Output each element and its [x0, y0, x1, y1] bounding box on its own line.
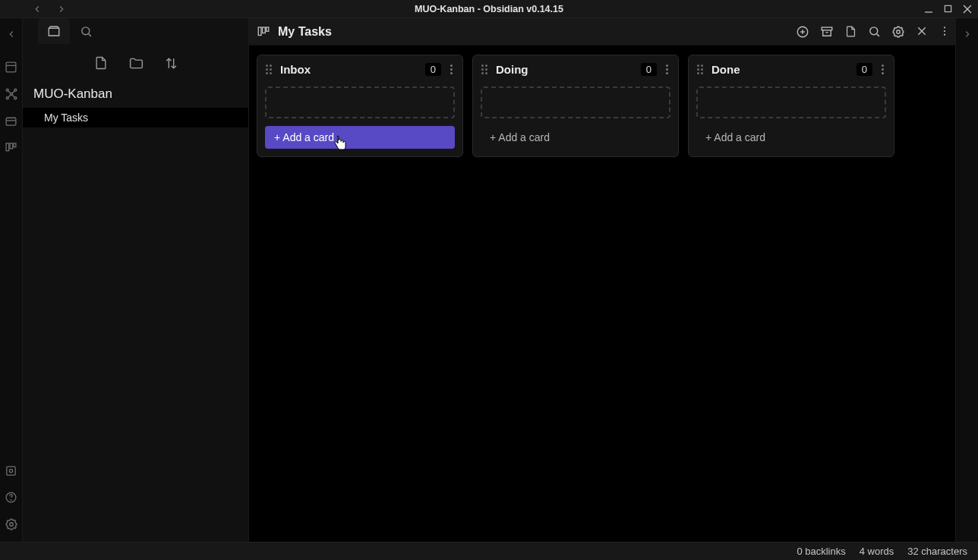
svg-line-39	[877, 33, 879, 36]
new-folder-button[interactable]	[128, 55, 144, 71]
drag-handle-icon[interactable]	[263, 64, 274, 75]
graph-view-icon[interactable]	[5, 87, 18, 101]
nav-forward-button[interactable]	[56, 4, 67, 14]
quick-switcher-icon[interactable]	[5, 61, 18, 74]
board-settings-button[interactable]	[891, 25, 905, 39]
lane-count-badge: 0	[641, 63, 657, 76]
drag-handle-icon[interactable]	[695, 64, 705, 75]
window-maximize-button[interactable]	[944, 5, 952, 14]
vault-title: MUO-Kanban	[23, 82, 248, 108]
add-card-button[interactable]: + Add a card	[696, 126, 886, 149]
svg-point-7	[6, 89, 8, 91]
statusbar: 0 backlinks 4 words 32 characters	[0, 542, 978, 560]
add-card-button[interactable]: + Add a card	[265, 126, 455, 149]
status-backlinks[interactable]: 0 backlinks	[797, 546, 845, 557]
add-card-label: + Add a card	[490, 131, 550, 143]
lane-title: Inbox	[280, 63, 311, 76]
vault-icon[interactable]	[5, 464, 18, 477]
svg-point-38	[870, 27, 878, 34]
svg-point-24	[9, 523, 13, 527]
sidebar-tab-files[interactable]	[38, 18, 70, 44]
svg-line-12	[12, 91, 14, 93]
status-word-count: 4 words	[860, 546, 894, 557]
search-board-button[interactable]	[868, 25, 881, 39]
drag-handle-icon[interactable]	[479, 64, 490, 75]
sidebar-tab-search[interactable]	[70, 18, 102, 44]
svg-point-44	[944, 30, 945, 31]
svg-point-26	[81, 27, 89, 34]
svg-rect-20	[6, 467, 14, 475]
nav-back-button[interactable]	[32, 4, 43, 14]
svg-rect-4	[6, 62, 16, 72]
expand-right-sidebar-button[interactable]	[962, 29, 973, 39]
card-dropzone[interactable]	[696, 87, 886, 118]
titlebar: MUO-Kanban - Obsidian v0.14.15	[0, 0, 978, 18]
more-options-button[interactable]	[939, 25, 951, 39]
add-list-button[interactable]	[796, 25, 809, 39]
kanban-plugin-icon[interactable]	[5, 141, 18, 154]
lane-menu-button[interactable]	[663, 64, 670, 74]
lane-inbox: Inbox 0 + Add a card	[257, 55, 463, 157]
svg-line-11	[8, 91, 10, 93]
collapse-sidebar-button[interactable]	[6, 29, 17, 39]
svg-rect-18	[10, 143, 13, 149]
svg-point-45	[944, 33, 945, 35]
svg-rect-17	[6, 143, 9, 151]
add-card-label: + Add a card	[274, 131, 334, 143]
svg-rect-19	[14, 143, 16, 147]
lane-menu-button[interactable]	[879, 64, 886, 74]
svg-point-43	[944, 27, 945, 28]
lane-menu-button[interactable]	[447, 64, 455, 74]
svg-rect-31	[263, 27, 266, 33]
svg-point-21	[9, 469, 12, 472]
sort-order-button[interactable]	[164, 56, 178, 71]
settings-icon[interactable]	[5, 518, 18, 531]
kanban-view-icon	[257, 25, 270, 39]
right-ribbon	[955, 18, 978, 542]
close-pane-button[interactable]	[916, 25, 928, 39]
svg-rect-15	[6, 118, 16, 125]
svg-line-27	[88, 33, 90, 36]
note-button[interactable]	[844, 25, 857, 39]
window-close-button[interactable]	[963, 5, 972, 14]
lane-count-badge: 0	[857, 63, 872, 76]
new-note-button[interactable]	[93, 55, 109, 71]
svg-point-23	[11, 500, 11, 501]
svg-rect-36	[822, 27, 832, 30]
svg-rect-30	[258, 27, 261, 36]
pane-header: My Tasks	[249, 18, 955, 46]
svg-point-10	[14, 97, 16, 99]
card-dropzone[interactable]	[265, 87, 455, 118]
svg-rect-32	[267, 27, 269, 31]
status-char-count: 32 characters	[907, 546, 967, 557]
add-card-label: + Add a card	[705, 131, 765, 143]
window-minimize-button[interactable]	[924, 5, 933, 14]
file-explorer-sidebar: MUO-Kanban My Tasks	[23, 18, 249, 542]
svg-line-14	[12, 96, 14, 97]
lane-title: Doing	[496, 63, 528, 76]
svg-line-13	[8, 96, 10, 97]
add-card-button[interactable]: + Add a card	[481, 126, 670, 149]
cursor-pointer-icon	[333, 135, 347, 152]
file-item-my-tasks[interactable]: My Tasks	[23, 108, 248, 127]
kanban-board: Inbox 0 + Add a card Doing 0	[249, 46, 955, 542]
svg-point-8	[14, 89, 16, 91]
daily-note-icon[interactable]	[5, 115, 18, 127]
window-title: MUO-Kanban - Obsidian v0.14.15	[0, 4, 978, 14]
left-ribbon	[0, 18, 23, 542]
svg-point-6	[10, 93, 12, 96]
lane-done: Done 0 + Add a card	[688, 55, 894, 157]
lane-doing: Doing 0 + Add a card	[472, 55, 679, 157]
lane-title: Done	[711, 63, 740, 76]
svg-rect-1	[945, 5, 951, 11]
archive-button[interactable]	[820, 25, 834, 39]
pane-title: My Tasks	[278, 25, 332, 39]
svg-point-40	[897, 30, 901, 33]
svg-point-9	[6, 97, 8, 99]
help-icon[interactable]	[5, 491, 18, 504]
card-dropzone[interactable]	[481, 87, 670, 118]
lane-count-badge: 0	[425, 63, 441, 76]
editor-pane: My Tasks	[249, 18, 955, 542]
